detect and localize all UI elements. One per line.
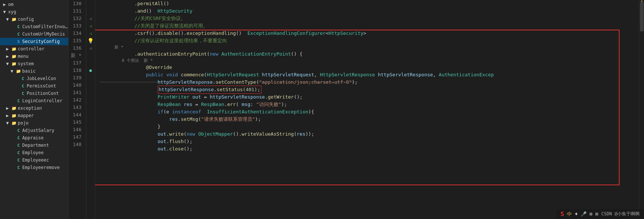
folder-icon: 📁 <box>11 120 17 126</box>
sidebar-item-label: system <box>18 61 34 66</box>
code-line-144: res.setMsg("请求失败请联系管理员"); <box>100 116 639 123</box>
code-line-136: .authenticationEntryPoint(new Authentica… <box>100 50 639 58</box>
sidebar-item-label: menu <box>18 54 29 59</box>
editor: 130 131 132 133 134 135 136 新 * 137 138 … <box>69 0 644 219</box>
code-line-147: out.flush(); <box>100 138 639 145</box>
sidebar-item-employeeec[interactable]: C Employeeec <box>0 156 68 164</box>
code-content: .permitAll() .and() HttpSecurity //关闭CSR… <box>95 0 639 219</box>
spacer <box>9 24 15 30</box>
code-line-132: //关闭CSRF安全协议。 <box>100 15 639 22</box>
gutter-cell: 💡 <box>86 37 95 44</box>
sidebar-item-xyg[interactable]: ▼ xyg <box>0 8 68 16</box>
line-num: 133 <box>69 22 83 30</box>
gutter-cell <box>86 7 95 15</box>
gutter-cell: ◁ <box>86 30 95 37</box>
sidebar-item-label: Employee <box>22 150 44 155</box>
class-icon: C <box>20 90 26 96</box>
sidebar-item-permisscont[interactable]: C PermissCont <box>0 82 68 90</box>
sidebar-item-label: SecurityConfig <box>22 39 60 44</box>
sidebar-item-employeeremove[interactable]: C Employeeremove <box>0 164 68 171</box>
sidebar-item-joblevelcon[interactable]: C JobLevelCon <box>0 75 68 82</box>
expand-icon: ▼ <box>4 16 10 22</box>
sidebar-item-customurlmydecis[interactable]: C CustomUrlMyDecis <box>0 30 68 38</box>
sidebar-item-basic[interactable]: ▼ 📁 basic <box>0 67 68 75</box>
class-icon: C <box>16 157 21 163</box>
spacer <box>9 135 15 141</box>
sidebar: ▶ om ▼ xyg ▼ 📁 config C CustomFilterInvo… <box>0 0 69 219</box>
sidebar-item-positioncont[interactable]: C PositionCont <box>0 90 68 97</box>
csdn-bar: S 中 ♦ 🎤 ⊞ ⊞ CSDN @小鱼于啊啊 <box>556 209 644 219</box>
sidebar-item-label: LoginController <box>22 98 62 103</box>
class-icon: C <box>20 83 26 89</box>
sidebar-item-pojo[interactable]: ▼ 📁 pojo <box>0 119 68 127</box>
csdn-zh[interactable]: 中 <box>567 211 572 218</box>
sidebar-item-menu[interactable]: ▶ 📁 menu <box>0 53 68 60</box>
spacer <box>9 165 15 170</box>
spacer <box>13 76 19 82</box>
sidebar-item-adjustsalary[interactable]: C AdjustSalary <box>0 127 68 134</box>
right-scrollbar[interactable] <box>639 0 644 219</box>
class-icon: C <box>16 135 21 141</box>
code-line-145: } <box>100 123 639 130</box>
code-line-137: @Override <box>100 64 639 71</box>
gutter-icon: ◁ <box>89 31 92 36</box>
sidebar-item-label: Appraise <box>22 135 44 140</box>
gutter-cell: ● <box>86 67 95 74</box>
spacer <box>13 90 19 96</box>
sidebar-item-system[interactable]: ▼ 📁 system <box>0 60 68 67</box>
spacer <box>9 39 15 44</box>
spacer <box>9 31 15 37</box>
folder-icon: 📁 <box>11 53 17 59</box>
sidebar-item-employee[interactable]: C Employee <box>0 149 68 156</box>
collapse-icon: ▶ <box>1 1 7 7</box>
scroll-thumb[interactable] <box>640 2 644 31</box>
csdn-logo: S <box>561 210 564 218</box>
gutter-icon: ◁ <box>89 24 92 29</box>
gutter-icon: ◁ <box>89 46 92 51</box>
class-icon: C <box>16 127 21 133</box>
line-num: 140 <box>69 82 83 89</box>
bulb-icon[interactable]: 💡 <box>87 38 94 44</box>
sidebar-item-mapper[interactable]: ▶ 📁 mapper <box>0 112 68 119</box>
sidebar-item-securityconfig[interactable]: S SecurityConfig <box>0 38 68 45</box>
sidebar-item-label: Employeeec <box>22 157 49 163</box>
code-line-139: httpServletResponse.setContentType("appl… <box>100 79 639 86</box>
sidebar-item-exception[interactable]: ▶ 📁 exception <box>0 104 68 112</box>
spacer <box>9 127 15 133</box>
line-num: 136 <box>69 44 83 52</box>
code-line-138: public void commence(HttpServletRequest … <box>100 71 639 79</box>
sidebar-item-customfilterinvoca[interactable]: C CustomFilterInvoca <box>0 23 68 30</box>
code-line-141: PrintWriter out = httpServletResponse.ge… <box>100 93 639 101</box>
code-line-142: RespBean res = RespBean.err( msg: "访问失败"… <box>100 101 639 108</box>
csdn-grid2[interactable]: ⊞ <box>595 211 598 217</box>
gutter-cell <box>86 89 95 96</box>
line-num: 131 <box>69 7 83 15</box>
sidebar-item-logincontroller[interactable]: C LoginController <box>0 97 68 104</box>
csdn-diamond: ♦ <box>575 211 578 217</box>
folder-icon: 📁 <box>11 113 17 119</box>
line-num: 146 <box>69 126 83 133</box>
sidebar-item-label: Employeeremove <box>22 165 60 170</box>
code-line-130: .permitAll() <box>100 0 639 7</box>
line-num: 145 <box>69 119 83 126</box>
expand-icon: ▼ <box>1 9 7 15</box>
line-num: 137 <box>69 59 83 67</box>
code-line-133: //关闭是了保证完整流程的可用。 <box>100 22 639 30</box>
gutter-cell: ◁ <box>86 15 95 22</box>
gutter-cell <box>86 141 95 148</box>
gutter-cell <box>86 82 95 89</box>
spacer <box>9 98 15 104</box>
sidebar-item-om[interactable]: ▶ om <box>0 1 68 8</box>
sidebar-item-config[interactable]: ▼ 📁 config <box>0 16 68 23</box>
gutter-cell <box>86 96 95 104</box>
gutter-cell <box>86 74 95 82</box>
sidebar-item-label: config <box>18 17 34 22</box>
line-num: 144 <box>69 111 83 119</box>
csdn-mic[interactable]: 🎤 <box>581 211 587 217</box>
sidebar-item-department[interactable]: C Department <box>0 142 68 149</box>
sidebar-item-label: PermissCont <box>27 83 56 89</box>
sidebar-item-controller[interactable]: ▶ 📁 controller <box>0 45 68 53</box>
sidebar-item-appraise[interactable]: C Appraise <box>0 134 68 142</box>
csdn-grid1[interactable]: ⊞ <box>590 211 593 217</box>
code-line-148: out.close(); <box>100 145 639 153</box>
